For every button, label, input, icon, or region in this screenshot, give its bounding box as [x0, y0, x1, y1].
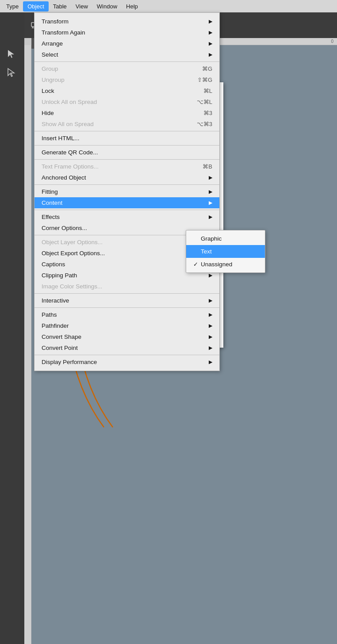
menu-table[interactable]: Table: [49, 1, 71, 12]
arrow-icon: ▶: [209, 41, 212, 46]
menu-section-transform: Transform ▶ Transform Again ▶ Arrange ▶ …: [34, 15, 219, 62]
menu-section-display: Display Performance ▶: [34, 355, 219, 369]
menu-item-display-perf[interactable]: Display Performance ▶: [34, 356, 219, 368]
arrow-icon: ▶: [209, 30, 212, 35]
menu-item-anchored-object[interactable]: Anchored Object ▶: [34, 172, 219, 183]
content-submenu: ✓ Graphic ✓ Text ✓ Unassigned: [186, 230, 265, 273]
menu-item-effects[interactable]: Effects ▶: [34, 211, 219, 222]
arrow-icon: ▶: [209, 312, 212, 318]
arrow-icon: ▶: [209, 52, 212, 58]
ruler-corner: [24, 38, 31, 45]
submenu-item-graphic[interactable]: ✓ Graphic: [186, 232, 265, 245]
checkmark-icon: ✓: [193, 261, 198, 268]
menu-section-html: Insert HTML...: [34, 131, 219, 146]
arrow-icon: ▶: [209, 359, 212, 365]
menu-item-select[interactable]: Select ▶: [34, 49, 219, 60]
arrow-icon: ▶: [209, 200, 212, 206]
submenu-item-unassigned[interactable]: ✓ Unassigned: [186, 258, 265, 271]
arrow-icon: ▶: [209, 175, 212, 180]
menu-item-convert-point[interactable]: Convert Point ▶: [34, 342, 219, 353]
arrow-icon: ▶: [209, 323, 212, 329]
arrow-icon: ▶: [209, 272, 212, 278]
menu-item-unlock-all: Unlock All on Spread ⌥⌘L: [34, 96, 219, 107]
menu-item-generate-qr[interactable]: Generate QR Code...: [34, 147, 219, 158]
menu-item-group: Group ⌘G: [34, 63, 219, 74]
menu-item-show-all: Show All on Spread ⌥⌘3: [34, 119, 219, 130]
direct-selection-tool[interactable]: [4, 65, 19, 80]
arrow-icon: ▶: [209, 298, 212, 303]
menu-item-interactive[interactable]: Interactive ▶: [34, 295, 219, 306]
arrow-icon: ▶: [209, 19, 212, 24]
menu-item-ungroup: Ungroup ⇧⌘G: [34, 74, 219, 85]
tools-panel: [0, 38, 24, 644]
menu-section-group: Group ⌘G Ungroup ⇧⌘G Lock ⌘L Unlock All …: [34, 62, 219, 131]
menu-item-lock[interactable]: Lock ⌘L: [34, 85, 219, 96]
object-menu: Transform ▶ Transform Again ▶ Arrange ▶ …: [34, 12, 220, 371]
menu-section-qr: Generate QR Code...: [34, 146, 219, 160]
arrow-icon: ▶: [209, 189, 212, 195]
menu-object[interactable]: Object: [23, 1, 49, 12]
svg-marker-11: [8, 69, 14, 77]
menu-item-paths[interactable]: Paths ▶: [34, 309, 219, 320]
menu-section-textframe: Text Frame Options... ⌘B Anchored Object…: [34, 160, 219, 185]
menu-section-paths: Paths ▶ Pathfinder ▶ Convert Shape ▶ Con…: [34, 308, 219, 355]
menu-view[interactable]: View: [71, 1, 92, 12]
svg-marker-10: [8, 50, 14, 58]
menu-section-interactive: Interactive ▶: [34, 294, 219, 308]
menu-item-arrange[interactable]: Arrange ▶: [34, 38, 219, 49]
menu-item-transform-again[interactable]: Transform Again ▶: [34, 27, 219, 38]
arrow-icon: ▶: [209, 334, 212, 340]
menu-window[interactable]: Window: [92, 1, 122, 12]
menu-item-image-color: Image Color Settings...: [34, 281, 219, 292]
submenu-item-text[interactable]: ✓ Text: [186, 245, 265, 258]
menu-bar: Type Object Table View Window Help: [0, 0, 337, 12]
menu-type[interactable]: Type: [2, 1, 23, 12]
menu-item-fitting[interactable]: Fitting ▶: [34, 186, 219, 197]
menu-item-insert-html[interactable]: Insert HTML...: [34, 133, 219, 144]
menu-item-content[interactable]: Content ▶: [34, 197, 219, 208]
arrow-icon: ▶: [209, 345, 212, 351]
menu-help[interactable]: Help: [122, 1, 142, 12]
menu-section-fitting: Fitting ▶ Content ▶: [34, 185, 219, 210]
menu-item-pathfinder[interactable]: Pathfinder ▶: [34, 320, 219, 331]
menu-item-text-frame: Text Frame Options... ⌘B: [34, 161, 219, 172]
selection-tool[interactable]: [4, 46, 19, 62]
menu-item-hide[interactable]: Hide ⌘3: [34, 107, 219, 119]
menu-item-convert-shape[interactable]: Convert Shape ▶: [34, 331, 219, 342]
arrow-icon: ▶: [209, 214, 212, 220]
menu-item-transform[interactable]: Transform ▶: [34, 16, 219, 27]
